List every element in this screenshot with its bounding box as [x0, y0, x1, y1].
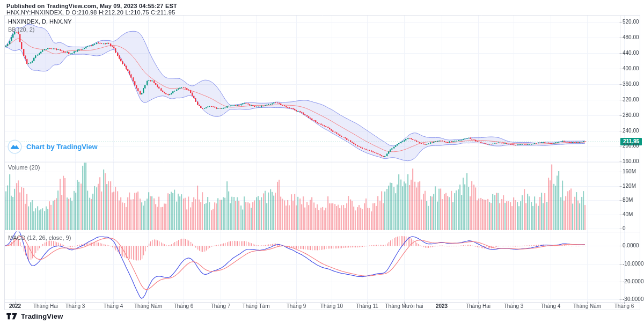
price-axis-tick: 440.00 [623, 50, 639, 56]
price-axis-tick: 360.00 [623, 81, 639, 87]
tradingview-footer-logo[interactable]: TradingView [6, 312, 63, 320]
price-axis-tick: 160.00 [623, 158, 639, 164]
time-axis-label: Tháng 9 [287, 303, 306, 309]
time-axis-label: Tháng Năm [573, 303, 601, 309]
tradingview-mountain-icon [8, 140, 22, 154]
chart-canvas[interactable] [0, 0, 644, 323]
price-pane-legend-symbol[interactable]: HNXINDEX, D, HNX.NY [8, 18, 72, 25]
volume-axis-tick: 40M [623, 211, 633, 217]
time-axis-label: Tháng Hai [33, 303, 58, 309]
time-axis-label: Tháng 10 [320, 303, 343, 309]
price-axis-tick: 520.00 [623, 19, 639, 25]
macd-axis-tick: -20.0000 [623, 278, 643, 284]
price-axis-tick: 280.00 [623, 112, 639, 118]
time-axis-label: Tháng 6 [174, 303, 194, 309]
time-axis-label: Tháng 7 [211, 303, 231, 309]
time-axis-label: Tháng 6 [614, 303, 634, 309]
bollinger-legend[interactable]: BB (20, 2) [8, 26, 35, 33]
tradingview-17-icon [6, 313, 18, 320]
time-axis-label: Tháng Mười hai [385, 303, 423, 309]
macd-legend[interactable]: MACD (12, 26, close, 9) [8, 234, 71, 241]
time-axis-label: Tháng 3 [65, 303, 85, 309]
symbol-ohlc-info: HNX.NY:HNXINDEX, D O:210.98 H:212.20 L:2… [6, 9, 175, 16]
price-axis-tick: 480.00 [623, 34, 639, 40]
price-axis-tick: 400.00 [623, 65, 639, 71]
time-axis-label: Tháng Năm [134, 303, 162, 309]
time-axis-label: Tháng Hai [466, 303, 491, 309]
time-axis-label: Tháng 3 [504, 303, 524, 309]
price-axis-tick: 200.00 [623, 143, 639, 149]
macd-axis-tick: -10.0000 [623, 261, 643, 267]
volume-axis-tick: 80M [623, 197, 633, 203]
volume-legend[interactable]: Volume (20) [8, 164, 40, 171]
footer-brand-label: TradingView [21, 312, 63, 320]
macd-axis-tick: 0.0000 [623, 243, 639, 248]
tradingview-watermark[interactable]: Chart by TradingView [8, 140, 98, 154]
watermark-label[interactable]: Chart by TradingView [26, 143, 98, 151]
macd-axis-tick: -30.0000 [623, 296, 643, 302]
price-axis-tick: 320.00 [623, 97, 639, 102]
time-axis-label: Tháng 11 [356, 303, 378, 309]
volume-axis-tick: 160M [623, 168, 636, 174]
time-axis-label: 2023 [436, 303, 448, 309]
published-chart-page: Published on TradingView.com, May 09, 20… [0, 0, 644, 323]
price-axis-tick: 240.00 [623, 128, 639, 134]
volume-axis-tick: 120M [623, 183, 636, 189]
time-axis-label: 2022 [9, 303, 21, 309]
published-info: Published on TradingView.com, May 09, 20… [6, 3, 177, 9]
volume-axis-tick: 0 [623, 225, 626, 231]
time-axis-label: Tháng Tám [243, 303, 270, 309]
time-axis-label: Tháng 4 [104, 303, 123, 309]
time-axis-label: Tháng 4 [541, 303, 561, 309]
